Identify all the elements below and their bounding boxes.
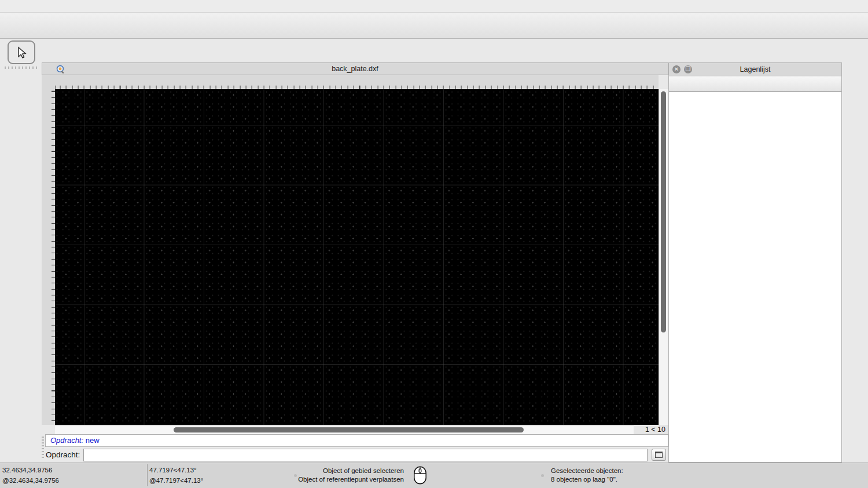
- window-title: back_plate.dxf: [332, 65, 378, 73]
- command-input[interactable]: [83, 449, 648, 461]
- drawing-window-titlebar[interactable]: back_plate.dxf: [42, 62, 668, 75]
- relative-polar: @47.7197<47.13°: [149, 477, 203, 484]
- horizontal-scrollbar-thumb[interactable]: [174, 427, 524, 432]
- select-tool-button[interactable]: [8, 40, 35, 64]
- vertical-scrollbar-thumb[interactable]: [661, 91, 666, 332]
- command-options-button[interactable]: [652, 449, 666, 461]
- command-history-label: Opdracht:: [50, 436, 83, 445]
- right-click-hint: Object of referentiepunt verplaatsen: [231, 475, 404, 484]
- relative-coordinates: @32.4634,34.9756: [2, 477, 59, 484]
- horizontal-scrollbar[interactable]: [55, 425, 634, 434]
- mouse-hints: Object of gebied selecteren Object of re…: [231, 467, 404, 484]
- selection-detail: 8 objecten op laag "0".: [551, 475, 623, 484]
- status-splitter-dot: [541, 474, 544, 477]
- layer-panel-title: Lagenlijst: [740, 65, 771, 73]
- absolute-coordinates: 32.4634,34.9756: [2, 467, 52, 474]
- command-history-value: new: [86, 436, 100, 445]
- drawing-canvas[interactable]: [55, 89, 659, 425]
- vertical-ruler: [42, 89, 55, 425]
- status-bar: 32.4634,34.9756 @32.4634,34.9756 47.7197…: [0, 463, 868, 488]
- absolute-polar: 47.7197<47.13°: [149, 467, 197, 474]
- layer-list-panel: ✕ ❐ Lagenlijst: [668, 62, 842, 463]
- mouse-icon: [413, 465, 427, 485]
- cad-application: back_plate.dxf 1 < 10 ✕ ❐ Lagenlijst Opd…: [0, 0, 868, 488]
- selection-title: Geselecteerde objecten:: [551, 467, 623, 475]
- left-click-hint: Object of gebied selecteren: [231, 467, 404, 475]
- vertical-scrollbar[interactable]: [659, 89, 668, 425]
- dock-widget-strip: [842, 62, 868, 463]
- document-zoom-icon: [56, 65, 65, 74]
- command-prompt-label: Opdracht:: [46, 450, 80, 459]
- command-input-row: Opdracht:: [42, 447, 668, 463]
- menu-bar: [0, 0, 868, 13]
- close-panel-button[interactable]: ✕: [672, 65, 681, 73]
- window-glyph-icon: [655, 452, 663, 458]
- palette-separator: [5, 66, 37, 69]
- layer-panel-toolbar: [669, 76, 841, 92]
- selection-info: Geselecteerde objecten: 8 objecten op la…: [551, 467, 623, 484]
- tool-palette: [0, 39, 42, 463]
- horizontal-ruler: [55, 75, 659, 89]
- command-dock: Opdracht: new Opdracht:: [42, 434, 668, 463]
- cursor-arrow-icon: [15, 46, 28, 59]
- layer-panel-header: ✕ ❐ Lagenlijst: [669, 63, 841, 76]
- float-panel-button[interactable]: ❐: [684, 65, 692, 73]
- command-history-line: Opdracht: new: [45, 434, 668, 447]
- status-divider: [147, 464, 148, 486]
- ruler-corner: [42, 75, 55, 89]
- main-toolbar: [0, 13, 868, 39]
- zoom-ratio-label: 1 < 10: [634, 425, 668, 434]
